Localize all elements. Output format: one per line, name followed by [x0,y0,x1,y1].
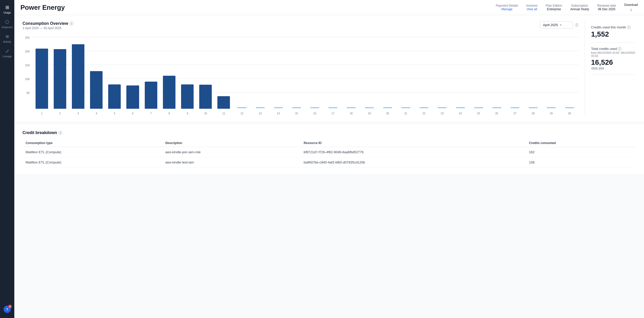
col-consumption-type: Consumption type [23,139,162,147]
total-info-icon[interactable]: i [618,47,621,51]
consumption-overview-section: Consumption Overview i 1 April 2025 — 30… [14,15,644,122]
month-selector: April 2025 ▾ i [540,21,579,29]
credits-this-month-value: 1,552 [591,30,636,38]
bar-dashed [438,107,447,108]
sidebar-item-instances[interactable]: ⬡ Instances [0,17,14,31]
usage-icon: ⊞ [5,5,9,10]
breakdown-table: Consumption type Description Resource ID… [23,139,636,168]
chart-header: Consumption Overview i 1 April 2025 — 30… [23,21,579,30]
sidebar-item-activity[interactable]: ≋ Activity [0,31,14,46]
sidebar-item-lineage[interactable]: ⤢ Lineage [0,46,14,60]
bar-dashed [365,107,374,108]
table-cell-credits: 162 [526,147,636,157]
x-axis-label: 21 [397,112,415,115]
instances-icon: ⬡ [5,19,9,25]
payment-manage-link[interactable]: Manage [501,7,512,11]
content-area: Consumption Overview i 1 April 2025 — 30… [14,15,644,318]
bar [181,84,194,109]
bar-dashed [383,107,392,108]
bar-dashed [292,107,301,108]
breakdown-info-icon[interactable]: i [59,131,62,135]
bar-group [415,41,433,109]
bar [72,44,84,109]
svg-text:250: 250 [25,36,30,39]
bar-group [561,41,579,109]
x-axis-label: 2 [51,112,69,115]
x-axis-label: 8 [160,112,178,115]
chart-title-block: Consumption Overview i 1 April 2025 — 30… [23,21,73,30]
bar-group [488,41,506,109]
chart-info-icon[interactable]: i [70,22,73,25]
bar-group [360,41,378,109]
table-row: Matillion ETL (Compute)aws-kindle-poc-ia… [23,147,636,157]
x-axis-label: 19 [360,112,379,115]
bar [90,71,103,109]
x-axis-label: 15 [287,112,306,115]
month-dropdown[interactable]: April 2025 ▾ [540,21,573,29]
bar-group [397,41,415,109]
table-cell-consumption_type: Matillion ETL (Compute) [23,147,162,157]
x-axis-label: 11 [215,112,233,115]
x-axis-label: 14 [269,112,287,115]
bar-group [87,41,105,109]
help-badge: 4 [8,305,12,308]
bar-group [69,41,87,109]
bar-group [233,41,251,109]
svg-text:200: 200 [25,50,30,53]
sidebar-item-usage[interactable]: ⊞ Usage [0,2,14,17]
download-icon: ↓ [630,7,632,12]
table-cell-consumption_type: Matillion ETL (Compute) [23,157,162,168]
bar-dashed [347,107,356,108]
table-header-row: Consumption type Description Resource ID… [23,139,636,147]
x-axis-label: 24 [451,112,469,115]
bar-dashed [419,107,428,108]
bar-group [142,41,160,109]
x-axis-label: 3 [69,112,87,115]
download-button[interactable]: Download ↓ [624,3,638,12]
table-cell-description: aws-kindle-poc-iam-role [162,147,301,157]
bar-chart-container: 250 200 150 100 50 [23,34,579,116]
x-axis-label: 20 [379,112,397,115]
x-axis-label: 12 [233,112,251,115]
bar-dashed [565,107,574,108]
bar-group [269,41,287,109]
x-axis-label: 22 [415,112,433,115]
x-axis-label: 23 [433,112,451,115]
bar-chart-bars [33,41,579,109]
svg-text:100: 100 [25,78,30,81]
chart-date-range: 1 April 2025 — 30 April 2025 [23,26,73,30]
bar-dashed [256,107,265,108]
renewal-date: Renewal date 06 Dec 2025 [597,4,616,11]
x-axis-labels: 1234567891011121314151617181920212223242… [33,112,579,115]
bar-group [524,41,542,109]
x-axis-label: 29 [542,112,560,115]
help-button[interactable]: ? 4 [4,306,11,313]
invoices-link[interactable]: View all [527,7,537,11]
col-description: Description [162,139,301,147]
bar-group [215,41,233,109]
col-resource-id: Resource ID [301,139,526,147]
x-axis-label: 5 [106,112,124,115]
total-credits-sub: from 06/12/2024 15:02 -06/12/2025 15:02 [591,51,636,57]
chart-area: Consumption Overview i 1 April 2025 — 30… [23,21,579,116]
chart-title: Consumption Overview i [23,21,73,26]
sidebar: ⊞ Usage ⬡ Instances ≋ Activity ⤢ Lineage… [0,0,14,318]
stats-panel: Credits used this month i 1,552 Total cr… [585,21,636,116]
x-axis-label: 30 [560,112,579,115]
table-cell-resource_id: ba9607be-c840-4af2-bfb5-d07835cd120b [301,157,526,168]
bar-group [106,41,124,109]
table-cell-credits: 158 [526,157,636,168]
bar-dashed [310,107,319,108]
bar-group [124,41,142,109]
total-credits-block: Total credits used i from 06/12/2024 15:… [591,43,636,75]
table-cell-resource_id: bf9721d7-f72b-4f82-90d9-8aa6fbd52776 [301,147,526,157]
credits-info-icon[interactable]: i [627,26,631,29]
bar-dashed [456,107,465,108]
month-info-icon[interactable]: i [575,23,579,27]
bar-group [33,41,51,109]
table-body: Matillion ETL (Compute)aws-kindle-poc-ia… [23,147,636,168]
bar-group [433,41,451,109]
main-content: Power Energy Payment Details Manage Invo… [14,0,644,318]
header: Power Energy Payment Details Manage Invo… [14,0,644,15]
x-axis-label: 27 [506,112,524,115]
